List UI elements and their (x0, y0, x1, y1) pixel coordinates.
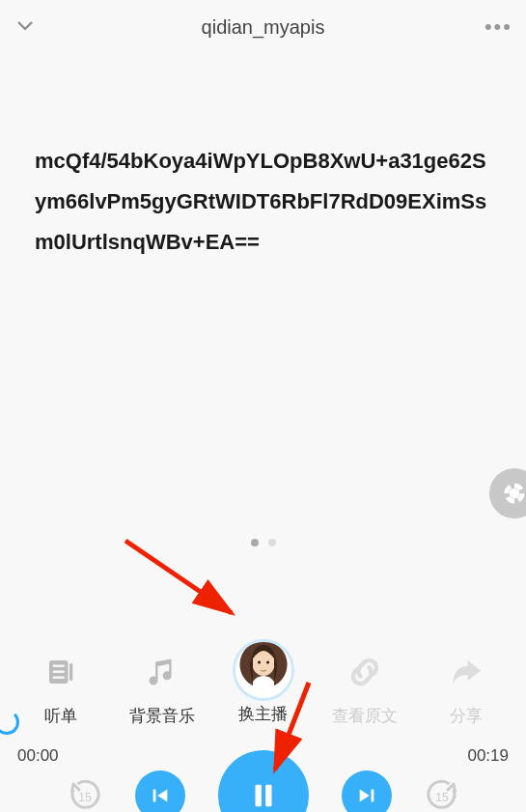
avatar-icon (233, 639, 294, 701)
page-title: qidian_myapis (0, 16, 526, 39)
share-button: 分享 (418, 641, 514, 727)
svg-text:15: 15 (78, 791, 92, 804)
rewind-button[interactable]: 15 (68, 778, 102, 812)
original-button: 查看原文 (317, 641, 413, 727)
playlist-icon (30, 641, 92, 703)
playlist-button[interactable]: 听单 (13, 641, 109, 727)
svg-rect-13 (371, 790, 374, 802)
svg-rect-10 (152, 790, 155, 802)
floating-button[interactable] (489, 468, 526, 518)
svg-rect-4 (52, 677, 64, 679)
svg-point-8 (266, 661, 269, 664)
loading-spinner-icon (0, 710, 19, 735)
header: qidian_myapis ••• (0, 0, 526, 54)
svg-rect-3 (52, 671, 64, 673)
playlist-label: 听单 (44, 705, 77, 727)
more-icon[interactable]: ••• (484, 14, 512, 40)
dot-active (251, 539, 259, 546)
bgm-label: 背景音乐 (129, 705, 195, 727)
svg-line-15 (125, 541, 232, 613)
svg-rect-11 (255, 785, 261, 807)
close-chevron-icon[interactable] (14, 14, 37, 41)
tools-row: 听单 背景音乐 换主播 (0, 641, 526, 727)
anchor-label: 换主播 (238, 703, 288, 725)
prev-button[interactable] (135, 770, 185, 812)
body-text: mcQf4/54bKoya4iWpYLOpB8XwU+a31ge62Sym66l… (0, 54, 526, 263)
forward-button[interactable]: 15 (425, 778, 459, 812)
svg-point-7 (258, 661, 261, 664)
next-button[interactable] (342, 770, 392, 812)
annotation-arrow (121, 536, 256, 646)
player-controls: 15 15 (0, 750, 526, 812)
anchor-button[interactable]: 换主播 (215, 641, 312, 727)
original-label: 查看原文 (332, 705, 398, 727)
svg-rect-5 (69, 663, 72, 681)
link-icon (334, 641, 396, 703)
share-icon (435, 641, 497, 703)
svg-point-0 (510, 489, 520, 499)
bgm-button[interactable]: 背景音乐 (114, 641, 210, 727)
svg-rect-12 (265, 785, 271, 807)
music-icon (131, 641, 193, 703)
pause-button[interactable] (218, 750, 309, 812)
page-indicator (0, 539, 526, 546)
share-label: 分享 (450, 705, 483, 727)
dot-inactive (268, 539, 276, 546)
svg-text:15: 15 (435, 791, 449, 804)
svg-rect-2 (52, 665, 64, 667)
